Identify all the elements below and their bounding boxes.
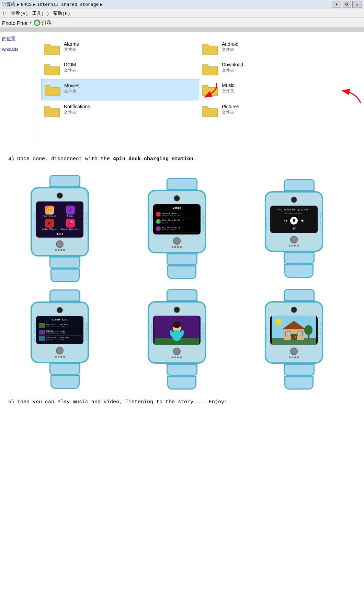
watch-2-bdot1 (172, 246, 173, 248)
watch-4-video2-info: RAPUNZ...tory.mkv 3/13/2023 28.16 MB (46, 330, 81, 335)
menu-bracket: ): (2, 11, 7, 16)
watch-6-case: SOME TEXT WATER RESIST (265, 301, 323, 364)
folder-icon-dcim (44, 62, 60, 76)
watch-1-home-button[interactable] (56, 240, 64, 248)
watch-2-song2: Rain Rain Go Aw... 英文儿歌 (155, 218, 198, 225)
watch-1-bdot2 (58, 249, 59, 251)
path-refresh-button[interactable]: ⟳ (343, 1, 351, 8)
watch-5-bdot3 (177, 357, 179, 358)
svg-marker-14 (203, 107, 218, 117)
step5-text: Then you can Play music and video, liste… (17, 398, 227, 406)
folder-info-music: Music 文件夹 (222, 83, 235, 94)
watch-5-bottom-dots (153, 357, 201, 358)
photo-print-bar: Photo Print ▼ 打印 (0, 18, 364, 28)
watch-4-bdot1 (55, 356, 57, 358)
watch-1-screen: 😊 Face Unlock ♪ Music ▶ Video Player (36, 201, 83, 238)
step4-item: 4) Once done, disconnect with the 4pin d… (8, 155, 356, 163)
folder-music[interactable]: Music 文件夹 (199, 79, 357, 100)
watch-6-camera (291, 307, 297, 313)
print-button[interactable]: 打印 (34, 19, 52, 26)
watch-3-play[interactable]: ⏸ (290, 217, 298, 225)
folder-dcim[interactable]: DCIM 文件夹 (41, 58, 199, 79)
watch-2-right-text: WATER RESIST (202, 212, 204, 231)
watch-3-controls: ⏮ ⏸ ⏭ (272, 217, 316, 225)
watch-3-bdot4 (297, 245, 299, 247)
path-bar: 计算机 ▶ G4CS ▶ Internal shared storage ▶ ▼… (0, 0, 364, 9)
watch-2-strap-bottom (167, 253, 197, 265)
svg-marker-5 (45, 44, 60, 54)
step5-item: 5) Then you can Play music and video, li… (8, 398, 356, 406)
red-arrow-music (337, 87, 364, 106)
watch-2-home-button[interactable] (173, 237, 181, 245)
watch-5-home-button[interactable] (173, 348, 181, 355)
folder-info-download: Download 文件夹 (222, 62, 243, 73)
watch-4-home-button[interactable] (56, 347, 64, 354)
watch-4-video1-title: Man In T...lish.mkv (46, 324, 81, 326)
watch-3-home-button[interactable] (290, 236, 298, 243)
left-panel-downloads[interactable]: wnloads (2, 47, 32, 52)
watch-3-vol-icon: 🔊 (292, 227, 296, 230)
folder-pictures[interactable]: Pictures 文件夹 (199, 100, 357, 121)
folder-info-pictures: Pictures 文件夹 (222, 104, 239, 115)
watch-4-video-list-header: Video list (38, 318, 81, 321)
watch-4-strap-top (49, 289, 80, 302)
watch-1-bdot1 (55, 249, 57, 251)
watch-5-bdot1 (172, 357, 173, 358)
watch-3-next[interactable]: ⏭ (300, 218, 305, 223)
folder-download[interactable]: Download 文件夹 (199, 58, 357, 79)
watch-4-screen: Video list Man In T...lish.mkv 3/13/2023… (36, 316, 83, 344)
watch-5-strap-top (167, 289, 197, 301)
watch-4-video1-thumb (39, 323, 45, 328)
watch-1-bdot3 (60, 249, 62, 251)
watch-2-song3: You Raise Me Up... Martin Hurkens (155, 225, 198, 232)
watch-4-video2-title: RAPUNZ...tory.mkv (46, 330, 81, 332)
step5-number: 5) (8, 398, 14, 406)
watch-3-container: SOME TEXT WATER RESIST You Raise Me Up (… (242, 175, 356, 282)
left-panel-location[interactable]: 的位置 (2, 36, 32, 42)
watch-3-bdot1 (289, 245, 291, 247)
svg-point-18 (172, 321, 181, 328)
path-close-button[interactable]: ✕ (352, 1, 362, 8)
watch-1-strap-bottom (49, 256, 80, 269)
watch-4-right-text: WATER RESIST (85, 323, 87, 341)
folder-icon-notifications (44, 104, 60, 118)
watch-6-home-button[interactable] (290, 348, 298, 355)
folder-alarms[interactable]: Alarms 文件夹 (41, 38, 199, 58)
menu-view[interactable]: 查看(V) (11, 10, 28, 17)
watch-2-song2-info: Rain Rain Go Aw... 英文儿歌 (162, 219, 198, 224)
menu-tools[interactable]: 工具(T) (32, 10, 49, 17)
watch-3-case: SOME TEXT WATER RESIST You Raise Me Up (… (265, 191, 323, 252)
step4-text: Once done, disconnect with the 4pin dock… (17, 155, 196, 163)
folder-name-android: Android (222, 41, 238, 47)
watch-1-dot2 (59, 233, 61, 235)
photo-print-label: Photo Print (2, 20, 27, 26)
photo-print-dropdown[interactable]: ▼ (30, 21, 32, 25)
watch-1-strap-extended (50, 269, 80, 282)
folder-notifications[interactable]: Notifications 文件夹 (41, 100, 199, 121)
folder-movies[interactable]: Movies 文件夹 (41, 79, 199, 100)
svg-marker-13 (45, 107, 60, 117)
path-dropdown[interactable]: ▼ (332, 1, 341, 8)
path-arrow-1: ▶ (17, 2, 20, 7)
watch-2-songs-header: Songs (155, 206, 198, 209)
watch-1-app-video: ▶ Video Player (39, 219, 59, 230)
watch-3-prev[interactable]: ⏮ (283, 218, 288, 223)
watch-2-song1-dot (156, 212, 161, 217)
folder-name-music: Music (222, 83, 235, 88)
watch-1-case: MAKE FRIENDS WATER RESIST 😊 Face Unlock … (31, 187, 89, 256)
watch-1-app-music: ♪ Music (60, 206, 80, 217)
watch-6-bdot3 (294, 357, 296, 358)
watch-6-strap-top (284, 289, 315, 301)
watch-5-right-text: WATER RESIST (202, 323, 204, 341)
svg-marker-8 (203, 65, 218, 75)
folder-icon-download (202, 62, 218, 76)
watch-3-left-text: SOME TEXT (266, 215, 268, 229)
menu-help[interactable]: 帮助(H) (53, 10, 70, 17)
folder-type-android: 文件夹 (222, 47, 238, 53)
watch-5-animation (153, 316, 201, 345)
folder-android[interactable]: Android 文件夹 (199, 38, 357, 58)
step4-text-before: Once done, disconnect with the (17, 156, 113, 162)
watch-1-camera (57, 193, 63, 199)
watch-3-repeat-icon: ⇄ (297, 227, 299, 230)
watch-4-case: MAKE FRIENDS WATER RESIST Video list Man… (31, 302, 89, 363)
